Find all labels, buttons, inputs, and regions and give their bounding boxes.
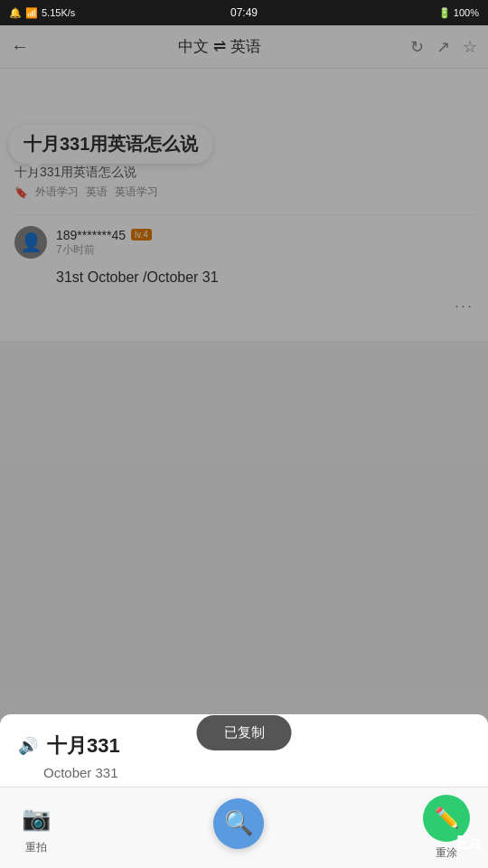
status-right: 🔋 100% [438, 7, 479, 19]
camera-icon: 📷 [18, 800, 54, 836]
translation-text: October 331 [43, 765, 470, 780]
source-text: 十月331 [47, 732, 120, 760]
battery-icon: 🔋 [438, 7, 451, 19]
speaker-icon[interactable]: 🔊 [18, 736, 38, 756]
status-bar: 🔔 📶 5.15K/s 07:49 🔋 100% [0, 0, 488, 25]
retake-label: 重拍 [25, 840, 47, 855]
center-search-button[interactable]: 🔍 [213, 798, 264, 849]
edit-icon: ✏️ [435, 807, 459, 830]
status-time: 07:49 [230, 6, 258, 19]
notification-icon: 🔔 [9, 7, 22, 19]
nav-center[interactable]: 🔍 [213, 798, 264, 858]
nav-retake[interactable]: 📷 重拍 [18, 800, 54, 855]
center-search-icon: 🔍 [224, 809, 253, 837]
ea-label: Ea [456, 831, 481, 854]
battery-level: 100% [454, 7, 479, 18]
copied-toast: 已复制 [197, 715, 292, 750]
signal-icon: 📶 [25, 7, 38, 19]
bottom-nav: 📷 重拍 🔍 ✏️ 重涂 [0, 787, 488, 868]
status-left: 🔔 📶 5.15K/s [9, 7, 75, 19]
network-speed: 5.15K/s [42, 7, 75, 18]
redraw-label: 重涂 [436, 845, 457, 861]
